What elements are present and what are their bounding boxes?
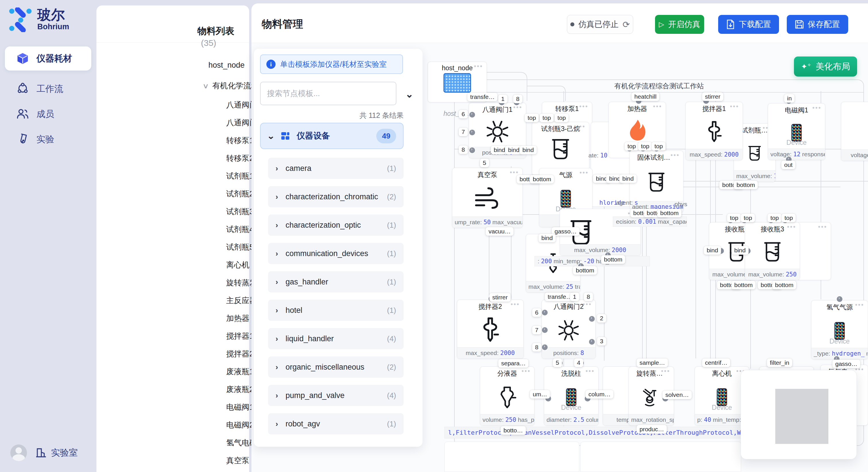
more-icon[interactable]: ••• [818,223,827,231]
port-pill[interactable]: solven… [662,391,692,399]
port-handle-icon[interactable] [589,316,595,322]
port-pill[interactable]: 8 [459,145,468,154]
refresh-icon[interactable]: ⟳ [623,20,630,30]
category-row-communication_devices[interactable]: › communication_devices (1) [268,243,404,264]
port-pill[interactable]: stirrer [489,293,510,302]
port-pill[interactable]: bind [732,246,749,255]
category-row-hotel[interactable]: › hotel (1) [268,300,404,321]
port-pill[interactable]: 6 [532,308,541,317]
node-stirrer-2[interactable]: •••搅拌器2max_speed: 2000 [457,300,524,359]
port-handle-icon[interactable] [542,310,548,315]
port-pill[interactable]: 4 [574,359,583,367]
category-row-organic_miscellaneous[interactable]: › organic_miscellaneous (2) [268,357,404,378]
port-pill[interactable]: 1 [570,293,579,301]
port-pill[interactable]: top [555,113,569,122]
port-pill[interactable]: bind [520,146,537,154]
tree-item[interactable]: 转移泵1 [226,135,254,146]
search-input[interactable] [260,82,396,105]
port-pill[interactable]: 8 [532,343,541,351]
tree-item[interactable]: 真空泵 [226,456,249,466]
port-pill[interactable]: top [625,142,639,150]
port-pill[interactable]: out [781,161,795,169]
partial-node-card[interactable] [580,442,741,472]
port-pill[interactable]: transfe… [467,93,497,101]
port-handle-icon[interactable] [469,147,475,153]
device-group-header[interactable]: ⌄ 仪器设备 49 [260,123,404,149]
port-pill[interactable]: separa… [498,359,528,368]
port-pill[interactable]: 5 [553,359,562,367]
port-handle-icon[interactable] [542,327,548,333]
port-pill[interactable]: 7 [459,128,468,136]
port-pill[interactable]: top [638,142,652,150]
node-solenoid-1[interactable]: •••电磁阀1Devicevoltage: 12 response_time: … [768,103,825,160]
port-handle-icon[interactable] [542,344,548,350]
tree-root-host-node[interactable]: host_node [208,61,245,70]
port-pill[interactable]: bottom [732,281,755,289]
category-row-gas_handler[interactable]: › gas_handler (1) [268,271,404,293]
node-reagent-3-hexane[interactable]: •••试剂瓶3-己烷 [532,122,589,175]
port-pill[interactable]: botto… [501,426,526,435]
chevron-down-icon[interactable]: ∨ [203,82,209,90]
port-pill[interactable]: produc… [637,425,667,434]
port-pill[interactable]: top [525,113,539,122]
category-row-robot_agv[interactable]: › robot_agv (1) [268,413,404,434]
category-row-camera[interactable]: › camera (1) [268,158,404,179]
tree-item[interactable]: 加热器 [226,313,249,324]
node-stirrer-1[interactable]: •••搅拌器1max_speed: 2000 [685,102,743,160]
tree-item[interactable]: 离心机 [226,260,249,270]
node-receiver-right[interactable]: ••• [797,222,831,280]
tree-item[interactable]: 电磁阀2 [226,420,254,430]
tree-item[interactable]: 搅拌器1 [226,331,254,341]
node-valve-8-2[interactable]: •••八通阀门2positions: 8 [541,300,596,359]
node-separator[interactable]: •••分液器volume: 250 has_phases: true [480,367,534,426]
sidebar-item-lab[interactable]: 实验室 [34,446,78,459]
port-pill[interactable]: bottom [573,266,597,275]
avatar[interactable] [10,444,27,461]
port-pill[interactable]: 6 [459,110,468,119]
port-pill[interactable]: 8 [584,293,593,301]
partial-node-card[interactable] [444,442,579,472]
category-row-pump_and_valve[interactable]: › pump_and_valve (4) [268,385,404,406]
tree-item[interactable]: 电磁阀1 [226,402,254,412]
tree-item[interactable]: 转移泵2 [226,153,254,164]
port-pill[interactable]: in [784,94,795,103]
port-pill[interactable]: 8 [513,95,522,103]
category-row-liquid_handler[interactable]: › liquid_handler (4) [268,328,404,349]
port-pill[interactable]: top [539,113,554,122]
category-row-characterization_chromatic[interactable]: › characterization_chromatic (2) [268,186,404,207]
port-pill[interactable]: bottom [601,255,625,264]
beautify-layout-button[interactable]: ✦✧ 美化布局 [794,57,857,76]
download-config-button[interactable]: 下载配置 [718,15,779,34]
port-handle-icon[interactable] [469,112,475,117]
port-pill[interactable]: top [782,214,796,222]
port-pill[interactable]: centrif… [702,359,730,367]
port-handle-icon[interactable] [837,296,842,302]
port-pill[interactable]: vacuu… [486,227,514,236]
port-pill[interactable]: gasso… [552,227,580,236]
chevron-down-icon[interactable]: ⌄ [405,88,414,100]
port-pill[interactable]: bottom [657,209,681,217]
port-pill[interactable]: colum… [586,390,613,399]
sim-status-pill[interactable]: 仿真已停止 ⟳ [567,15,633,34]
preview-panel[interactable] [741,370,857,460]
port-pill[interactable]: um… [530,390,550,399]
port-pill[interactable]: 3 [597,337,606,345]
port-pill[interactable]: 1 [498,95,507,103]
port-pill[interactable]: sample… [637,359,668,367]
port-pill[interactable]: top [768,214,782,222]
port-pill[interactable]: bind [619,174,637,183]
node-h2-gas-source[interactable]: •••氢气气源Device_type: hydrogen_ max_pre [811,300,868,359]
category-row-characterization_optic[interactable]: › characterization_optic (1) [268,214,404,236]
tree-item[interactable]: 搅拌器2 [226,349,254,359]
port-pill[interactable]: bottom [530,175,554,183]
port-pill[interactable]: 5 [480,159,489,167]
port-pill[interactable]: stirrer [702,92,723,101]
port-pill[interactable]: bottom [734,181,758,189]
port-pill[interactable]: 7 [532,326,541,334]
port-pill[interactable]: filter_in [767,359,792,367]
port-pill[interactable]: bind [704,246,721,255]
port-handle-icon[interactable] [469,130,475,135]
port-pill[interactable]: 2 [597,314,606,323]
sidebar-item-workflow[interactable]: 工作流 [5,77,91,101]
node-solenoid-2[interactable]: •••voltage: 12 [841,102,868,161]
